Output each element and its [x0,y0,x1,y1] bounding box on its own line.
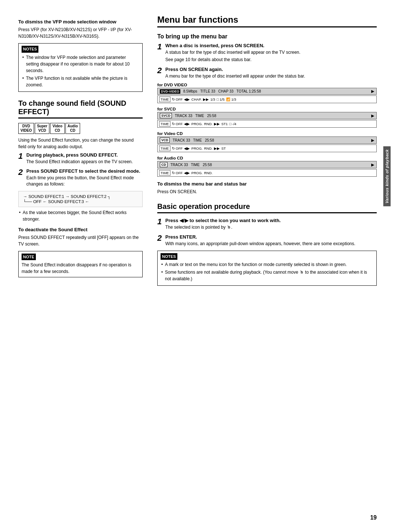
basic-step1: 1 Press ◀/▶ to select the icon you want … [157,218,377,231]
menu-step1-num: 1 [157,43,165,63]
dvd-status-container: for DVD VIDEO DVD-VIDEO 8.5Mbps TITLE 33… [157,83,377,103]
sound-step1-num: 1 [18,152,26,165]
basic-title: Basic operation procedure [157,202,377,213]
deactivate-title: To deactivate the Sound Effect [18,227,143,232]
basic-step1-body: Press ◀/▶ to select the icon you want to… [165,218,377,231]
menu-step2-num: 2 [157,67,165,79]
basic-step1-text: The selected icon is pointed by 🖱. [165,224,377,231]
dismiss-title: To dismiss the menu bar and status bar [157,181,377,187]
svcd-status-container: for SVCD SVCD TRACK 33 TIME 25:58 ▶ TIME… [157,107,377,128]
basic-notes-box: NOTES A mark or text on the menu icon fo… [157,251,377,286]
diagram-line1: → SOUND EFFECT:1 → SOUND EFFECT:2 ┐ [23,194,138,199]
vfp-note-1: The window for VFP mode selection and pa… [22,54,139,74]
sound-step2-text: Each time you press the button, the Soun… [26,175,143,187]
page-number: 19 [370,514,377,521]
deactivate-body: Press SOUND EFFECT repeatedly until [OFF… [18,234,143,247]
vcd-bottom-bar: TIME ↻ OFF ◀▶ PROG. RND. ▶▶ ST [157,145,377,152]
sound-step2-title: Press SOUND EFFECT to select the desired… [26,168,143,174]
vfp-note-2: The VFP function is not available while … [22,75,139,88]
dvd-label: for DVD VIDEO [157,83,377,87]
sound-intro: Using the Sound Effect function, you can… [18,137,143,150]
menu-step2-body: Press ON SCREEN again. A menu bar for th… [165,67,377,79]
acd-status-container: for Audio CD CD TRACK 33 TIME 25:58 ▶ TI… [157,156,377,177]
sound-effect-section: To change sound field (SOUND EFFECT) DVD… [18,99,143,278]
menu-step2: 2 Press ON SCREEN again. A menu bar for … [157,67,377,79]
menu-step1-note: See page 10 for details about the status… [165,57,377,63]
vcd-label: for Video CD [157,131,377,136]
vcd-top-bar: VCD TRACK 33 TIME 25:58 ▶ [157,136,377,144]
sound-note-label: NOTE [22,254,36,261]
dismiss-body: Press ON SCREEN. [157,188,377,195]
bring-up-title: To bring up the menu bar [157,33,377,40]
basic-step2-title: Press ENTER. [165,234,377,240]
right-column: Menu bar functions To bring up the menu … [154,15,377,517]
vfp-notes-label: NOTES [22,46,38,53]
sound-step-2: 2 Press SOUND EFFECT to select the desir… [18,168,143,187]
sound-step1-body: During playback, press SOUND EFFECT. The… [26,152,143,165]
basic-step2: 2 Press ENTER. With many icons, an appro… [157,234,377,247]
dismiss-section: To dismiss the menu bar and status bar P… [157,181,377,195]
acd-label: for Audio CD [157,156,377,160]
sound-step2-body: Press SOUND EFFECT to select the desired… [26,168,143,187]
menu-step2-text: A menu bar for the type of disc inserted… [165,73,377,79]
sound-diagram: → SOUND EFFECT:1 → SOUND EFFECT:2 ┐ └── … [18,191,143,207]
vfp-title: To dismiss the VFP mode selection window [18,19,143,25]
svcd-bottom-bar: TIME ↻ OFF ◀▶ PROG. RND. ▶▶ ST1 □ -/4 [157,120,377,128]
svcd-label: for SVCD [157,107,377,111]
bring-up-section: To bring up the menu bar 1 When a disc i… [157,33,377,195]
basic-step1-num: 1 [157,218,165,231]
icon-bar: DVD VIDEO Super VCD Video CD Audio CD [18,123,143,134]
dvd-bottom-bar: TIME ↻ OFF ◀▶ CHAP. ▶▶ 1/3 □ 1/5 📶 1/3 [157,95,377,103]
sound-step1-title: During playback, press SOUND EFFECT. [26,152,143,158]
basic-note-2: Some functions are not available during … [161,269,373,282]
vfp-body: Press VFP (for XV-N210B/XV-N212S) or VFP… [18,26,143,40]
sound-step-1: 1 During playback, press SOUND EFFECT. T… [18,152,143,165]
sound-step1-text: The Sound Effect indication appears on t… [26,159,143,165]
left-column: To dismiss the VFP mode selection window… [18,15,154,517]
vfp-notes-box: NOTES The window for VFP mode selection … [18,43,143,92]
video-cd-icon: Video CD [50,123,64,134]
sound-step2-num: 2 [18,168,26,187]
dvd-video-icon: DVD VIDEO [18,123,34,134]
basic-step2-body: Press ENTER. With many icons, an appropr… [165,234,377,247]
vcd-status-container: for Video CD VCD TRACK 33 TIME 25:58 ▶ T… [157,131,377,152]
menu-step2-title: Press ON SCREEN again. [165,67,377,72]
sound-note-text: The Sound Effect indication disappears i… [22,262,139,275]
basic-note-1: A mark or text on the menu icon for the … [161,261,373,268]
basic-step2-num: 2 [157,234,165,247]
menu-step1: 1 When a disc is inserted, press ON SCRE… [157,43,377,63]
acd-bottom-bar: TIME ↻ OFF ◀▶ PROG. RND. [157,169,377,177]
svcd-top-bar: SVCD TRACK 33 TIME 25:58 ▶ [157,112,377,119]
sound-section-title: To change sound field (SOUND EFFECT) [18,99,143,119]
basic-step2-text: With many icons, an appropriate pull-dow… [165,241,377,247]
vfp-section: To dismiss the VFP mode selection window… [18,19,143,92]
sound-bullet: As the value becomes bigger, the Sound E… [18,209,143,222]
sound-note-box: NOTE The Sound Effect indication disappe… [18,251,143,278]
super-vcd-icon: Super VCD [35,123,49,134]
acd-top-bar: CD TRACK 33 TIME 25:58 ▶ [157,161,377,168]
menu-step1-body: When a disc is inserted, press ON SCREEN… [165,43,377,63]
audio-cd-icon: Audio CD [65,123,80,134]
basic-section: Basic operation procedure 1 Press ◀/▶ to… [157,202,377,286]
diagram-line2: └── OFF ← SOUND EFFECT:3 ← [23,199,138,204]
menu-step1-title: When a disc is inserted, press ON SCREEN… [165,43,377,48]
menu-bar-title: Menu bar functions [157,15,377,27]
basic-notes-label: NOTES [161,253,177,260]
basic-step1-title: Press ◀/▶ to select the icon you want to… [165,218,377,223]
menu-step1-text: A status bar for the type of disc insert… [165,49,377,56]
dvd-top-bar: DVD-VIDEO 8.5Mbps TITLE 33 CHAP 33 TOTAL… [157,88,377,95]
sidebar-text: Various kinds of playback [383,146,391,206]
